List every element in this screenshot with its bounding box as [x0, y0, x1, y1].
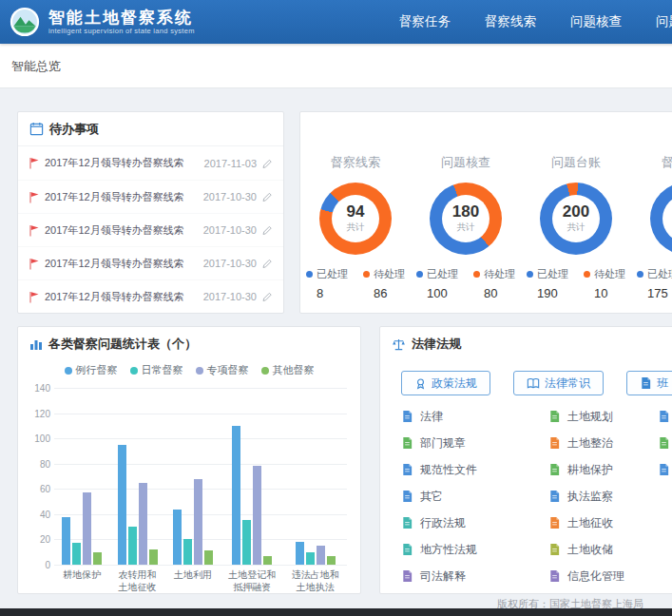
donut-total: 200 [563, 203, 589, 221]
legend-dot [65, 367, 72, 375]
law-link[interactable] [658, 456, 672, 483]
processed-dot [416, 271, 423, 278]
nav-item[interactable]: 督察任务 [382, 0, 468, 44]
nav-item[interactable]: 督察线索 [468, 0, 553, 44]
doc-icon [548, 569, 561, 583]
pending-label: 待处理 [473, 267, 515, 281]
law-link[interactable]: 耕地保护 [548, 456, 658, 483]
law-link[interactable]: 法律 [401, 403, 548, 430]
x-axis-label: 土地登记和抵押融资 [228, 568, 276, 595]
law-link[interactable]: 行政法规 [401, 510, 548, 536]
stat-panel: 督察线索 94 共计 已处理 8 待处理 86 [300, 154, 411, 300]
laws-card-header: 法律法规 [380, 327, 672, 361]
law-filter-button[interactable]: 政策法规 [401, 371, 490, 395]
bar [149, 549, 158, 565]
brand-text: 智能土地督察系统 intelligent supervision of stat… [48, 9, 195, 36]
edit-icon[interactable] [261, 224, 273, 236]
todo-item[interactable]: 2017年12月领导转办督察线索 2017-10-30 [18, 213, 283, 246]
page-title: 智能总览 [11, 59, 61, 73]
todo-item[interactable]: 2017年12月领导转办督察线索 2017-10-30 [18, 279, 283, 313]
processed-label: 已处理 [527, 267, 568, 281]
bar-group: 土地利用 [173, 388, 213, 595]
edit-icon[interactable] [261, 158, 273, 169]
breadcrumb-bar: 智能总览 [0, 44, 672, 88]
flag-icon [29, 191, 40, 203]
navbar: 智能土地督察系统 intelligent supervision of stat… [0, 0, 672, 44]
todo-item[interactable]: 2017年12月领导转办督察线索 2017-10-30 [18, 246, 283, 279]
stat-panels: 督察线索 94 共计 已处理 8 待处理 86 问题核查 [300, 112, 672, 300]
doc-icon [640, 376, 652, 390]
todo-text: 2017年12月领导转办督察线索 [45, 257, 199, 271]
donut-center: 180 共计 [442, 195, 490, 242]
app-viewport: 智能土地督察系统 intelligent supervision of stat… [0, 0, 672, 616]
law-link[interactable]: 土地收储 [548, 536, 658, 563]
bars [232, 388, 272, 565]
y-axis-label: 140 [24, 383, 50, 394]
legend-item[interactable]: 其他督察 [261, 363, 315, 377]
todo-item[interactable]: 2017年12月领导转办督察线索 2017-11-03 [18, 146, 283, 180]
law-link-label: 部门规章 [420, 435, 466, 452]
doc-icon [658, 463, 670, 476]
legend-item[interactable]: 例行督察 [65, 363, 118, 377]
legend-item[interactable]: 日常督察 [130, 363, 183, 377]
edit-icon[interactable] [261, 191, 273, 202]
bar [204, 550, 213, 565]
calendar-icon [29, 122, 44, 136]
logo-icon [10, 7, 40, 37]
edit-icon[interactable] [261, 291, 273, 302]
bars [118, 388, 158, 565]
x-axis-label: 农转用和土地征收 [119, 568, 157, 595]
flag-icon [29, 291, 40, 303]
bar [253, 466, 261, 565]
nav-item[interactable]: 问题核查 [553, 0, 639, 44]
legend-item[interactable]: 专项督察 [196, 363, 249, 377]
bar-group: 农转用和土地征收 [118, 388, 158, 595]
chart-legend: 例行督察日常督察专项督察其他督察 [18, 363, 360, 377]
law-link[interactable]: 土地规划 [548, 403, 658, 430]
law-link[interactable]: 部门规章 [401, 430, 548, 456]
law-link[interactable]: 信息化管理 [548, 563, 658, 589]
badge-icon [414, 377, 427, 390]
doc-icon [658, 436, 670, 450]
processed-label: 已处理 [416, 267, 458, 281]
flag-icon [29, 258, 40, 270]
processed-value: 190 [527, 286, 568, 300]
processed-value: 175 [637, 286, 672, 300]
stat-panel: 问题核查 180 共计 已处理 100 待处理 80 [411, 154, 521, 300]
law-link-label: 司法解释 [420, 568, 466, 585]
pending-legend: 待处理 80 [473, 267, 515, 300]
donut-center [662, 195, 672, 242]
doc-icon [548, 463, 561, 476]
pending-label: 待处理 [584, 267, 625, 281]
law-link[interactable]: 土地整治 [548, 430, 658, 456]
law-link[interactable] [658, 403, 672, 430]
law-filter-button[interactable]: 法律常识 [513, 371, 604, 395]
processed-legend: 已处理 100 [416, 267, 458, 300]
bar-chart-title: 各类督察问题统计表（个） [48, 336, 197, 353]
nav-item[interactable]: 问题台账 [639, 0, 672, 44]
pending-label: 待处理 [363, 267, 405, 281]
processed-legend: 已处理 8 [306, 267, 348, 300]
stat-title: 问题核查 [411, 154, 521, 171]
doc-icon [548, 490, 561, 503]
stats-card: 督察线索 94 共计 已处理 8 待处理 86 问题核查 [299, 111, 672, 314]
law-link[interactable]: 规范性文件 [401, 456, 548, 483]
law-link[interactable]: 土地征收 [548, 510, 658, 536]
stat-panel: 督察任务 已处理 175 待处理 [631, 154, 672, 300]
law-link[interactable] [658, 430, 672, 456]
pending-dot [363, 271, 370, 278]
law-link[interactable]: 司法解释 [401, 563, 548, 589]
y-axis-label: 40 [24, 510, 50, 520]
law-link[interactable]: 地方性法规 [401, 536, 548, 563]
donut-center: 200 共计 [552, 195, 600, 242]
bar-groups: 耕地保护 农转用和土地征收 土地利用 土地登记和抵押融资 违法占地和土地执法 [54, 388, 347, 595]
todo-list: 2017年12月领导转办督察线索 2017-11-03 2017年12月领导转办… [18, 146, 283, 313]
todo-item[interactable]: 2017年12月领导转办督察线索 2017-10-30 [18, 180, 283, 213]
law-filter-button[interactable]: 班 [626, 371, 672, 395]
donut-center: 94 共计 [332, 195, 379, 242]
law-link-label: 执法监察 [567, 489, 613, 505]
pending-legend: 待处理 10 [584, 267, 625, 300]
edit-icon[interactable] [261, 258, 273, 269]
law-link[interactable]: 执法监察 [548, 483, 658, 510]
law-link[interactable]: 其它 [401, 483, 548, 510]
